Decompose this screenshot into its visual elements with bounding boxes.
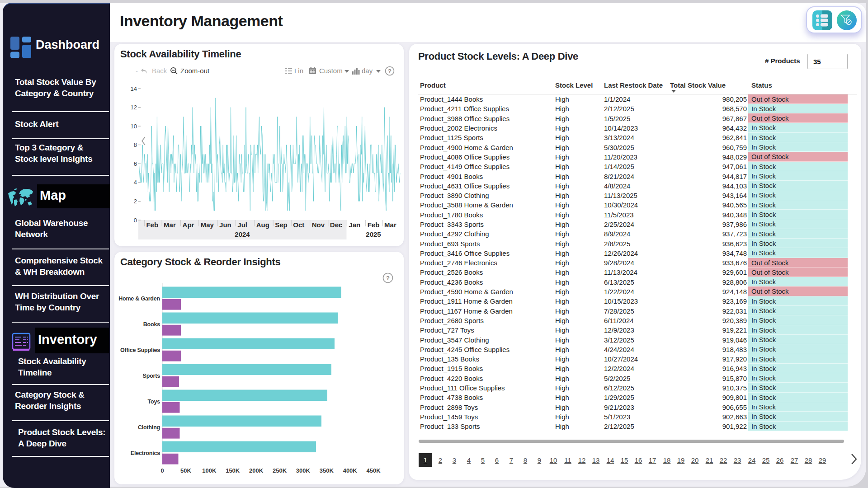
svg-text:10: 10 (131, 123, 137, 130)
svg-text:Mar: Mar (384, 221, 396, 229)
svg-text:Electronics: Electronics (131, 450, 160, 456)
svg-text:400K: 400K (343, 467, 358, 474)
svg-text:50K: 50K (180, 467, 191, 474)
svg-text:350K: 350K (320, 467, 334, 474)
svg-text:May: May (201, 221, 214, 229)
svg-text:Mar: Mar (164, 221, 176, 229)
svg-text:Sep: Sep (275, 221, 288, 229)
svg-text:Jul: Jul (237, 221, 247, 229)
svg-text:8: 8 (134, 141, 137, 148)
svg-text:12: 12 (131, 104, 137, 111)
svg-text:Office Supplies: Office Supplies (120, 347, 160, 353)
svg-text:2025: 2025 (366, 230, 381, 238)
svg-text:Home & Garden: Home & Garden (118, 296, 160, 302)
svg-text:Apr: Apr (183, 221, 194, 229)
svg-text:Aug: Aug (256, 221, 269, 229)
svg-text:100K: 100K (202, 467, 217, 474)
svg-text:2: 2 (134, 198, 137, 205)
svg-text:4: 4 (134, 179, 137, 186)
svg-text:Clothing: Clothing (138, 424, 160, 431)
svg-text:Nov: Nov (312, 221, 325, 229)
svg-text:300K: 300K (296, 467, 311, 474)
svg-text:?: ? (386, 275, 390, 282)
svg-text:250K: 250K (273, 467, 287, 474)
svg-text:2024: 2024 (235, 230, 250, 238)
svg-text:6: 6 (134, 160, 137, 167)
svg-text:Dec: Dec (330, 221, 343, 229)
svg-text:Oct: Oct (293, 221, 304, 229)
svg-text:Jan: Jan (349, 221, 360, 229)
svg-text:200K: 200K (249, 467, 264, 474)
svg-text:Books: Books (143, 321, 160, 328)
svg-text:150K: 150K (226, 467, 240, 474)
svg-text:Feb: Feb (368, 221, 380, 229)
svg-text:Toys: Toys (148, 399, 160, 405)
svg-text:450K: 450K (367, 467, 381, 474)
svg-text:0: 0 (160, 467, 164, 474)
svg-text:Jun: Jun (219, 221, 231, 229)
svg-text:0: 0 (134, 217, 137, 224)
svg-text:Sports: Sports (143, 373, 160, 379)
svg-text:14: 14 (131, 85, 137, 92)
svg-text:Feb: Feb (146, 221, 158, 229)
